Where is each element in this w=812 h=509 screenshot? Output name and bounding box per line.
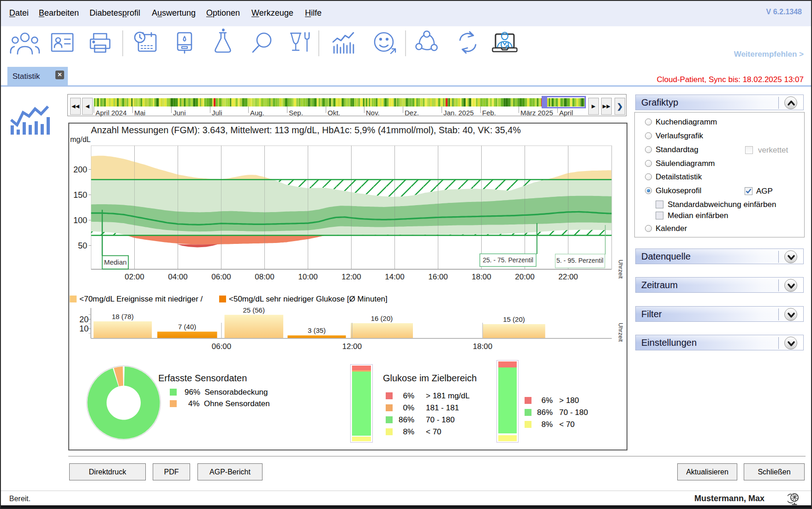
svg-text:06:00: 06:00 xyxy=(211,272,231,281)
svg-text:16 (20): 16 (20) xyxy=(371,314,393,322)
svg-text:25 (56): 25 (56) xyxy=(243,306,265,314)
svg-text:20:00: 20:00 xyxy=(515,272,535,281)
svg-text:7 (40): 7 (40) xyxy=(178,323,196,331)
svg-text:14:00: 14:00 xyxy=(385,272,405,281)
svg-text:12:00: 12:00 xyxy=(342,342,362,351)
svg-text:22:00: 22:00 xyxy=(558,272,578,281)
svg-text:100: 100 xyxy=(73,216,87,225)
svg-text:Anzahl Messungen (FGM): 3.643,: Anzahl Messungen (FGM): 3.643, Mittelwer… xyxy=(91,125,521,135)
svg-text:20: 20 xyxy=(79,315,89,324)
svg-text:10:00: 10:00 xyxy=(298,272,318,281)
svg-text:06:00: 06:00 xyxy=(212,342,232,351)
svg-text:Uhrzeit: Uhrzeit xyxy=(617,260,624,279)
svg-text:50: 50 xyxy=(78,241,87,250)
svg-text:18:00: 18:00 xyxy=(472,272,491,281)
svg-text:mg/dL: mg/dL xyxy=(70,136,91,143)
svg-text:04:00: 04:00 xyxy=(168,272,188,281)
svg-text:25. - 75. Perzentil: 25. - 75. Perzentil xyxy=(483,256,533,264)
svg-text:02:00: 02:00 xyxy=(125,272,144,281)
svg-text:08:00: 08:00 xyxy=(255,272,275,281)
svg-text:Median: Median xyxy=(104,258,126,266)
svg-text:12:00: 12:00 xyxy=(341,272,361,281)
svg-text:200: 200 xyxy=(73,165,87,174)
svg-text:18 (78): 18 (78) xyxy=(112,313,134,320)
svg-text:3 (35): 3 (35) xyxy=(308,326,326,334)
svg-text:18:00: 18:00 xyxy=(473,342,493,351)
svg-text:16:00: 16:00 xyxy=(428,272,448,281)
svg-text:150: 150 xyxy=(73,190,87,200)
svg-text:5. - 95. Perzentil: 5. - 95. Perzentil xyxy=(556,257,603,264)
svg-text:15 (20): 15 (20) xyxy=(503,315,525,323)
svg-text:10: 10 xyxy=(79,324,89,333)
svg-text:Uhrzeit: Uhrzeit xyxy=(617,323,624,342)
